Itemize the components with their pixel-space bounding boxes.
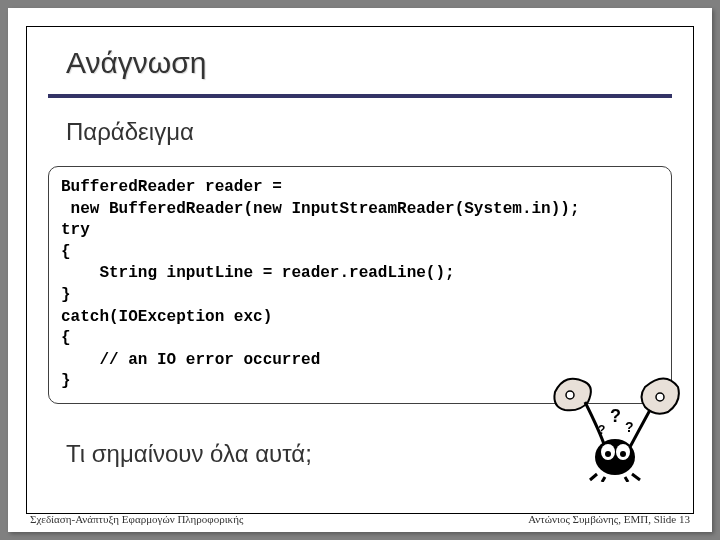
svg-point-0 [566,391,574,399]
footer-left: Σχεδίαση-Ανάπτυξη Εφαρμογών Πληροφορικής [30,513,243,525]
title-underline [48,94,672,98]
confused-character-icon: ? ? ? [550,362,680,482]
svg-point-1 [656,393,664,401]
question-text: Τι σημαίνουν όλα αυτά; [66,440,312,468]
slide-subtitle: Παράδειγμα [66,118,194,146]
footer-right: Αντώνιος Συμβώνης, ΕΜΠ, Slide 13 [528,513,690,525]
svg-text:?: ? [598,423,605,437]
slide-title: Ανάγνωση [66,46,206,80]
svg-text:?: ? [625,419,634,435]
slide: Ανάγνωση Παράδειγμα BufferedReader reade… [8,8,712,532]
svg-point-6 [620,451,626,457]
svg-point-5 [605,451,611,457]
svg-text:?: ? [610,406,621,426]
svg-point-2 [595,439,635,475]
